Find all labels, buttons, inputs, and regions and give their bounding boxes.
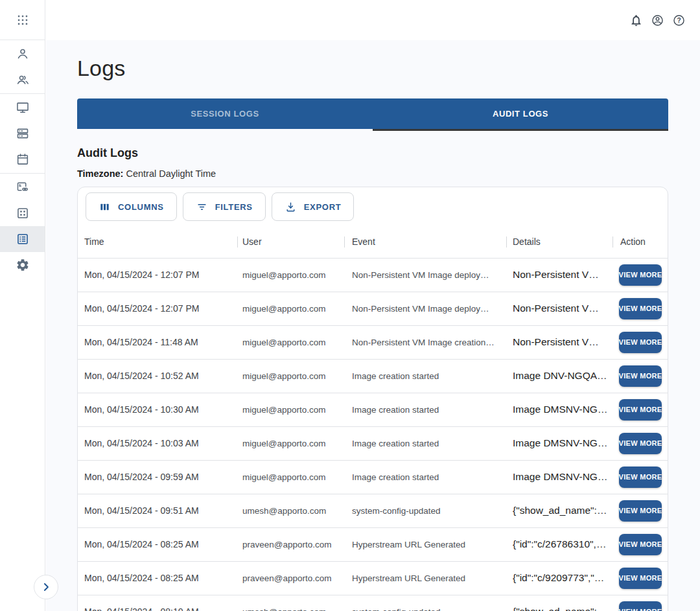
page-title: Logs — [77, 56, 700, 81]
bell-icon — [629, 14, 643, 27]
table-header-row: Time User Event Details Action — [78, 226, 668, 258]
cell-details: {"id":"c/26786310",… — [506, 527, 612, 561]
table-row: Mon, 04/15/2024 - 09:59 AM miguel@apport… — [78, 460, 668, 494]
cell-event: Non-Persistent VM Image creation… — [344, 325, 506, 359]
view-more-button[interactable]: VIEW MORE — [619, 332, 662, 353]
audit-table-body: Mon, 04/15/2024 - 12:07 PM miguel@apport… — [78, 258, 668, 611]
apps-squares-icon — [16, 206, 30, 220]
chevron-right-icon — [40, 581, 52, 594]
table-row: Mon, 04/15/2024 - 08:25 AM praveen@appor… — [78, 527, 668, 561]
filters-button[interactable]: FILTERS — [183, 192, 266, 221]
cell-user: miguel@apporto.com — [237, 292, 344, 325]
cell-details: Non-Persistent V… — [506, 325, 612, 359]
cell-event: Non-Persistent VM Image deploy… — [344, 292, 506, 325]
cell-details: {"show_ad_name":… — [506, 494, 612, 527]
view-more-button[interactable]: VIEW MORE — [619, 500, 662, 522]
table-row: Mon, 04/15/2024 - 12:07 PM miguel@apport… — [78, 258, 668, 292]
audit-logs-card: COLUMNS FILTERS EXPORT — [77, 187, 668, 611]
calendar-icon — [16, 152, 30, 167]
account-button[interactable] — [649, 12, 666, 29]
sidebar-item-logs[interactable] — [0, 226, 45, 252]
filter-icon — [196, 201, 208, 213]
notifications-button[interactable] — [628, 12, 644, 29]
help-icon: ? — [672, 14, 686, 27]
sidebar-item-settings[interactable] — [0, 252, 45, 278]
help-button[interactable]: ? — [671, 12, 687, 29]
settings-gear-icon — [16, 258, 30, 272]
cell-user: umesh@apporto.com — [237, 595, 344, 611]
table-row: Mon, 04/15/2024 - 12:07 PM miguel@apport… — [78, 292, 668, 325]
column-header-time: Time — [78, 226, 237, 258]
download-icon — [285, 201, 297, 213]
sidebar — [0, 0, 45, 611]
timezone-value: Central Daylight Time — [126, 168, 216, 179]
sidebar-expand-button[interactable] — [34, 575, 58, 599]
sidebar-item-desktop[interactable] — [0, 95, 45, 121]
cell-user: miguel@apporto.com — [237, 325, 344, 359]
cell-user: miguel@apporto.com — [237, 426, 344, 460]
view-more-button[interactable]: VIEW MORE — [619, 399, 662, 421]
view-more-button[interactable]: VIEW MORE — [619, 365, 662, 387]
sidebar-group-resources — [0, 94, 45, 174]
cell-user: praveen@apporto.com — [237, 527, 344, 561]
cell-user: miguel@apporto.com — [237, 393, 344, 426]
sidebar-group-admin — [0, 174, 45, 279]
cell-time: Mon, 04/15/2024 - 12:07 PM — [78, 258, 237, 292]
sidebar-item-user-group[interactable] — [0, 67, 45, 93]
column-header-details: Details — [506, 226, 612, 258]
tab-session-logs[interactable]: SESSION LOGS — [77, 98, 373, 129]
storage-icon — [16, 126, 30, 141]
account-circle-icon — [651, 14, 664, 27]
main-content: Logs SESSION LOGS AUDIT LOGS Audit Logs … — [46, 40, 700, 611]
logs-tabs: SESSION LOGS AUDIT LOGS — [77, 98, 668, 129]
table-row: Mon, 04/15/2024 - 10:52 AM miguel@apport… — [78, 359, 668, 393]
cell-event: system-config-updated — [344, 595, 506, 611]
audit-logs-table: Time User Event Details Action Mon, 04/1… — [78, 226, 668, 611]
view-more-button[interactable]: VIEW MORE — [619, 264, 662, 286]
apps-menu-button[interactable] — [0, 7, 45, 33]
cell-details: Image DMSNV-NG… — [506, 426, 612, 460]
view-more-button[interactable]: VIEW MORE — [619, 534, 662, 555]
person-icon — [16, 47, 30, 61]
table-row: Mon, 04/15/2024 - 08:25 AM praveen@appor… — [78, 561, 668, 595]
topbar: ? — [45, 0, 700, 40]
sidebar-item-user[interactable] — [0, 41, 45, 67]
cell-event: Image creation started — [344, 426, 506, 460]
cell-details: Image DMSNV-NG… — [506, 460, 612, 494]
sidebar-item-card-link[interactable] — [0, 174, 45, 200]
export-button[interactable]: EXPORT — [272, 192, 355, 221]
apps-grid-icon — [16, 13, 30, 27]
cell-time: Mon, 04/15/2024 - 09:51 AM — [78, 494, 237, 527]
columns-button-label: COLUMNS — [118, 202, 164, 212]
table-row: Mon, 04/15/2024 - 10:30 AM miguel@apport… — [78, 393, 668, 426]
table-toolbar: COLUMNS FILTERS EXPORT — [78, 187, 668, 221]
cell-time: Mon, 04/15/2024 - 08:25 AM — [78, 527, 237, 561]
view-more-button[interactable]: VIEW MORE — [619, 601, 662, 611]
cell-event: Image creation started — [344, 359, 506, 393]
cell-time: Mon, 04/15/2024 - 10:03 AM — [78, 426, 237, 460]
cell-details: {"show_ad_name":… — [506, 595, 612, 611]
cell-user: praveen@apporto.com — [237, 561, 344, 595]
view-more-button[interactable]: VIEW MORE — [619, 298, 662, 319]
card-link-icon — [16, 180, 30, 194]
active-tab-indicator — [373, 129, 668, 131]
cell-details: Non-Persistent V… — [506, 292, 612, 325]
columns-button[interactable]: COLUMNS — [86, 192, 177, 221]
view-more-button[interactable]: VIEW MORE — [619, 467, 662, 488]
cell-time: Mon, 04/15/2024 - 12:07 PM — [78, 292, 237, 325]
timezone-label: Timezone: — [77, 168, 123, 179]
sidebar-item-storage[interactable] — [0, 121, 45, 146]
cell-event: Non-Persistent VM Image deploy… — [344, 258, 506, 292]
list-alt-icon — [16, 232, 30, 246]
cell-event: Hyperstream URL Generated — [344, 561, 506, 595]
cell-event: Hyperstream URL Generated — [344, 527, 506, 561]
section-heading: Audit Logs — [77, 146, 700, 160]
sidebar-item-calendar[interactable] — [0, 146, 45, 172]
cell-details: {"id":"c/9209773","… — [506, 561, 612, 595]
view-more-button[interactable]: VIEW MORE — [619, 568, 662, 589]
view-more-button[interactable]: VIEW MORE — [619, 433, 662, 454]
sidebar-item-apps-squares[interactable] — [0, 200, 45, 226]
cell-event: system-config-updated — [344, 494, 506, 527]
tab-audit-logs[interactable]: AUDIT LOGS — [373, 98, 668, 129]
sidebar-group-users — [0, 40, 45, 94]
